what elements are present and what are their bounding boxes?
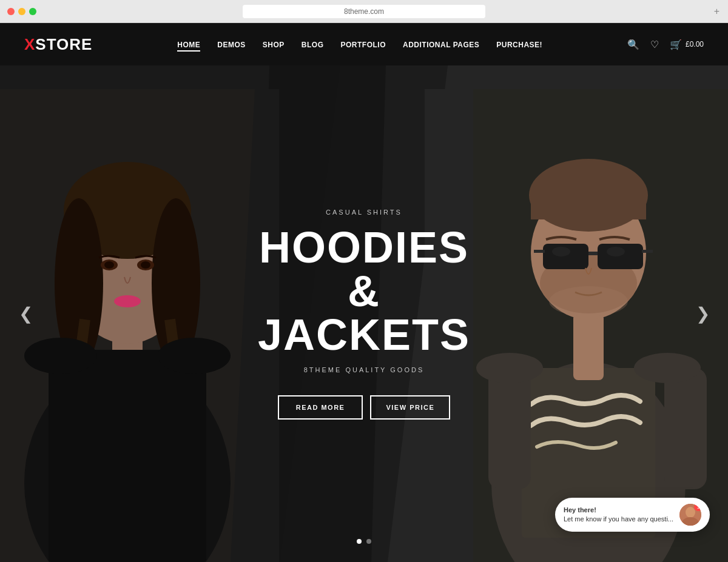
svg-rect-36 [664, 368, 707, 489]
svg-point-16 [158, 338, 231, 374]
svg-point-33 [607, 247, 625, 256]
svg-rect-29 [588, 252, 598, 255]
logo[interactable]: XSTORE [24, 35, 92, 54]
logo-x: X [24, 35, 35, 53]
model-left [0, 89, 279, 562]
svg-point-37 [476, 353, 543, 383]
model-left-svg [0, 89, 279, 562]
chat-avatar: 1 [679, 504, 701, 526]
slider-dots [357, 539, 371, 544]
close-button[interactable] [7, 8, 15, 15]
wishlist-icon[interactable]: ♡ [650, 39, 659, 50]
cart-area[interactable]: 🛒 £0.00 [670, 39, 704, 50]
hero-title-line3: JACKETS [258, 310, 470, 359]
svg-rect-35 [488, 368, 531, 489]
hero-tagline: 8THEME QUALITY GOODS [249, 366, 479, 373]
nav-item-portfolio[interactable]: PORTFOLIO [341, 39, 386, 50]
svg-point-34 [549, 286, 628, 316]
nav-link-blog: BLOG [302, 41, 324, 49]
hero-slider: CASUAL SHIRTS HOODIES & JACKETS 8THEME Q… [0, 65, 728, 562]
browser-chrome: 8theme.com + [0, 0, 728, 23]
slider-arrow-right[interactable]: ❯ [689, 301, 716, 327]
nav-link-additional: ADDITIONAL PAGES [403, 41, 479, 49]
new-tab-button[interactable]: + [714, 6, 720, 17]
nav-item-shop[interactable]: SHOP [263, 39, 285, 50]
cart-icon: 🛒 [670, 39, 682, 50]
nav-item-demos[interactable]: DEMOS [217, 39, 246, 50]
cart-price: £0.00 [686, 40, 704, 49]
svg-point-38 [634, 353, 701, 383]
hero-content: CASUAL SHIRTS HOODIES & JACKETS 8THEME Q… [249, 209, 479, 420]
address-bar[interactable]: 8theme.com [243, 5, 485, 18]
url-text: 8theme.com [344, 7, 384, 16]
view-price-button[interactable]: VIEW PRICE [370, 395, 450, 420]
nav-link-home: HOME [177, 41, 200, 52]
svg-rect-30 [534, 250, 545, 253]
slider-dot-2[interactable] [366, 539, 371, 544]
chat-badge: 1 [694, 504, 701, 511]
nav-item-blog[interactable]: BLOG [302, 39, 324, 50]
chat-widget[interactable]: Hey there! Let me know if you have any q… [555, 498, 710, 532]
svg-rect-22 [573, 313, 604, 380]
slider-arrow-left[interactable]: ❮ [12, 301, 39, 327]
traffic-lights [7, 8, 36, 15]
navbar: XSTORE HOME DEMOS SHOP BLOG PORTFOLIO AD… [0, 23, 728, 65]
chat-text-line2: Let me know if you have any questi... [564, 515, 673, 524]
nav-link-portfolio: PORTFOLIO [341, 41, 386, 49]
logo-store: STORE [35, 35, 92, 53]
nav-item-additional[interactable]: ADDITIONAL PAGES [403, 39, 479, 50]
hero-title-line1: HOODIES [259, 223, 469, 272]
read-more-button[interactable]: READ MORE [278, 395, 363, 420]
hero-title: HOODIES & JACKETS [249, 226, 479, 356]
svg-point-13 [114, 295, 141, 307]
nav-link-shop: SHOP [263, 41, 285, 49]
svg-point-11 [104, 261, 114, 269]
nav-links: HOME DEMOS SHOP BLOG PORTFOLIO ADDITIONA… [177, 39, 542, 50]
nav-item-purchase[interactable]: PURCHASE! [496, 39, 542, 50]
website-container: XSTORE HOME DEMOS SHOP BLOG PORTFOLIO AD… [0, 23, 728, 562]
svg-point-12 [141, 261, 150, 269]
nav-link-demos: DEMOS [217, 41, 246, 49]
svg-rect-14 [49, 350, 206, 562]
minimize-button[interactable] [18, 8, 25, 15]
hero-subtitle: CASUAL SHIRTS [249, 209, 479, 216]
maximize-button[interactable] [29, 8, 36, 15]
svg-point-32 [552, 247, 570, 256]
nav-link-purchase: PURCHASE! [496, 41, 542, 49]
hero-buttons: READ MORE VIEW PRICE [249, 395, 479, 420]
hero-title-line2: & [348, 267, 380, 315]
search-icon[interactable]: 🔍 [627, 39, 639, 50]
nav-item-home[interactable]: HOME [177, 39, 200, 50]
svg-rect-25 [531, 195, 646, 219]
svg-point-15 [24, 338, 97, 374]
nav-icons: 🔍 ♡ 🛒 £0.00 [627, 39, 704, 50]
slider-dot-1[interactable] [357, 539, 362, 544]
chat-text-line1: Hey there! [564, 506, 673, 515]
svg-rect-31 [642, 250, 653, 253]
